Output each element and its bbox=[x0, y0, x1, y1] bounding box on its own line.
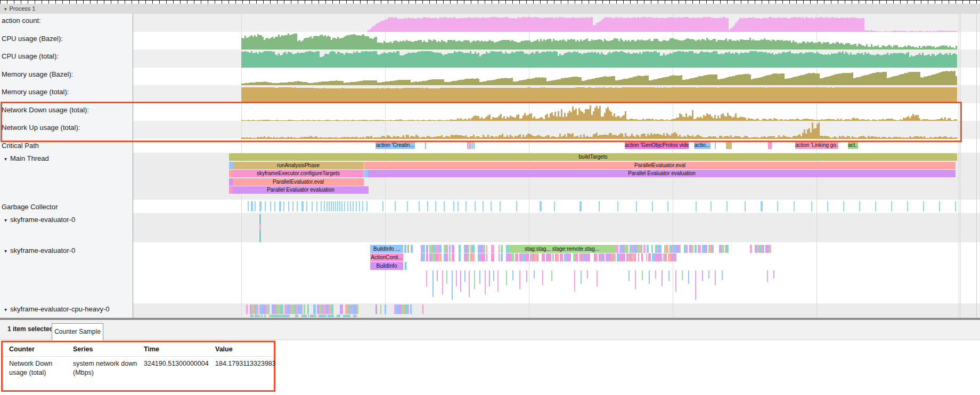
gc-slice[interactable] bbox=[444, 201, 445, 211]
cell-counter[interactable]: Network Down usage (total) bbox=[9, 359, 69, 377]
slice[interactable] bbox=[380, 305, 381, 314]
slice[interactable] bbox=[229, 178, 233, 186]
gc-slice[interactable] bbox=[843, 201, 844, 211]
stack-line-slice[interactable] bbox=[485, 270, 486, 294]
slice[interactable]: ActionConti... bbox=[370, 253, 403, 261]
stack-line-slice[interactable] bbox=[574, 270, 575, 292]
stack-line-slice[interactable] bbox=[497, 270, 499, 292]
sidebar-counter-label[interactable]: Network Down usage (total): bbox=[2, 106, 89, 114]
gc-slice[interactable] bbox=[891, 201, 892, 211]
gc-slice[interactable] bbox=[255, 201, 256, 211]
collapse-triangle-icon[interactable]: ▾ bbox=[4, 248, 7, 254]
gc-slice[interactable] bbox=[316, 201, 317, 211]
stack-line-slice[interactable] bbox=[675, 270, 676, 292]
slice[interactable]: action 'GenObjcProtos video/... bbox=[625, 141, 689, 149]
sidebar-counter-label[interactable]: Memory usage (Bazel): bbox=[2, 70, 73, 78]
gc-slice[interactable] bbox=[288, 201, 289, 211]
counter-histogram[interactable] bbox=[241, 69, 957, 85]
slice[interactable] bbox=[467, 141, 469, 149]
gc-slice[interactable] bbox=[333, 201, 334, 211]
stack-line-slice[interactable] bbox=[668, 270, 669, 281]
gc-slice[interactable] bbox=[453, 201, 454, 211]
stack-line-slice[interactable] bbox=[489, 270, 490, 286]
sidebar-counter-label[interactable]: CPU usage (total): bbox=[2, 52, 59, 60]
dense-slice-cluster[interactable] bbox=[394, 305, 412, 314]
gc-slice[interactable] bbox=[955, 201, 956, 211]
gc-slice[interactable] bbox=[419, 201, 420, 211]
gc-slice[interactable] bbox=[292, 201, 293, 211]
gc-slice[interactable] bbox=[939, 201, 940, 211]
stack-line-slice[interactable] bbox=[512, 270, 513, 280]
gc-slice[interactable] bbox=[636, 201, 637, 211]
gc-slice[interactable] bbox=[491, 201, 492, 211]
process-group-header[interactable]: ▾Process 1 bbox=[0, 4, 980, 14]
counter-histogram[interactable] bbox=[241, 33, 957, 50]
gc-slice[interactable] bbox=[777, 201, 778, 211]
gc-slice[interactable] bbox=[407, 201, 408, 211]
stack-line-slice[interactable] bbox=[597, 270, 598, 286]
sidebar-thread-label[interactable]: ▾Main Thread bbox=[0, 154, 49, 162]
gc-slice[interactable] bbox=[745, 201, 746, 211]
gc-slice[interactable] bbox=[475, 201, 476, 211]
slice[interactable] bbox=[425, 141, 426, 149]
gc-slice[interactable] bbox=[458, 201, 459, 211]
gc-slice[interactable] bbox=[827, 201, 828, 211]
stack-line-slice[interactable] bbox=[442, 270, 443, 294]
dense-slice-cluster[interactable] bbox=[250, 315, 357, 318]
gc-slice[interactable] bbox=[923, 201, 924, 211]
stack-line-slice[interactable] bbox=[460, 270, 461, 292]
slice[interactable] bbox=[229, 186, 233, 194]
counter-histogram[interactable] bbox=[241, 104, 957, 121]
counter-histogram[interactable] bbox=[241, 122, 957, 139]
gc-slice[interactable] bbox=[859, 201, 860, 211]
collapse-triangle-icon[interactable]: ▾ bbox=[4, 307, 7, 312]
slice[interactable]: runAnalysisPhase bbox=[233, 162, 364, 169]
slice[interactable] bbox=[411, 245, 413, 253]
stack-line-slice[interactable] bbox=[649, 270, 650, 284]
stack-line-slice[interactable] bbox=[715, 270, 716, 285]
slice[interactable]: BuildInfo ... bbox=[370, 245, 403, 253]
slice[interactable] bbox=[364, 170, 368, 177]
gc-slice[interactable] bbox=[344, 201, 345, 211]
gc-slice[interactable] bbox=[312, 201, 313, 211]
stack-line-slice[interactable] bbox=[506, 270, 507, 285]
slice[interactable] bbox=[715, 141, 716, 149]
dense-slice-cluster[interactable] bbox=[421, 245, 509, 253]
slice[interactable] bbox=[407, 245, 409, 253]
gc-slice[interactable] bbox=[265, 201, 266, 211]
gc-slice[interactable] bbox=[283, 201, 284, 211]
gc-slice[interactable] bbox=[382, 201, 383, 211]
slice[interactable]: action 'Creatin... bbox=[375, 141, 415, 149]
gc-slice[interactable] bbox=[341, 201, 342, 211]
gc-slice[interactable] bbox=[362, 201, 363, 211]
slice[interactable] bbox=[422, 305, 423, 314]
gc-slice[interactable] bbox=[540, 201, 542, 211]
dense-slice-cluster[interactable] bbox=[750, 245, 771, 253]
gc-slice[interactable] bbox=[353, 201, 354, 211]
stack-line-slice[interactable] bbox=[581, 270, 582, 284]
gc-slice[interactable] bbox=[259, 201, 262, 211]
stack-line-slice[interactable] bbox=[767, 270, 768, 282]
gc-slice[interactable] bbox=[297, 201, 298, 211]
gc-slice[interactable] bbox=[811, 201, 812, 211]
dense-slice-cluster[interactable] bbox=[421, 253, 676, 261]
stack-line-slice[interactable] bbox=[526, 270, 527, 282]
slice[interactable]: stag:stag... stage:remote.stag... bbox=[509, 245, 615, 253]
slice[interactable] bbox=[385, 305, 386, 314]
gc-slice[interactable] bbox=[329, 201, 330, 211]
slice[interactable]: BuildInfo bbox=[370, 262, 403, 270]
stack-line-slice[interactable] bbox=[542, 270, 543, 285]
slice[interactable]: skyframeExecutor.configureTargets bbox=[233, 170, 364, 177]
gc-slice[interactable] bbox=[483, 201, 484, 211]
stack-line-slice[interactable] bbox=[635, 270, 636, 289]
sidebar-thread-label[interactable]: ▾skyframe-evaluator-cpu-heavy-0 bbox=[0, 305, 109, 313]
stack-line-slice[interactable] bbox=[587, 270, 588, 278]
gc-slice[interactable] bbox=[427, 201, 428, 211]
gc-slice[interactable] bbox=[579, 201, 582, 211]
gc-slice[interactable] bbox=[321, 201, 322, 211]
sidebar-counter-label[interactable]: Memory usage (total): bbox=[2, 88, 69, 96]
stack-line-slice[interactable] bbox=[534, 270, 535, 278]
slice[interactable] bbox=[405, 262, 406, 270]
stack-line-slice[interactable] bbox=[519, 270, 520, 289]
slice[interactable] bbox=[726, 141, 732, 149]
